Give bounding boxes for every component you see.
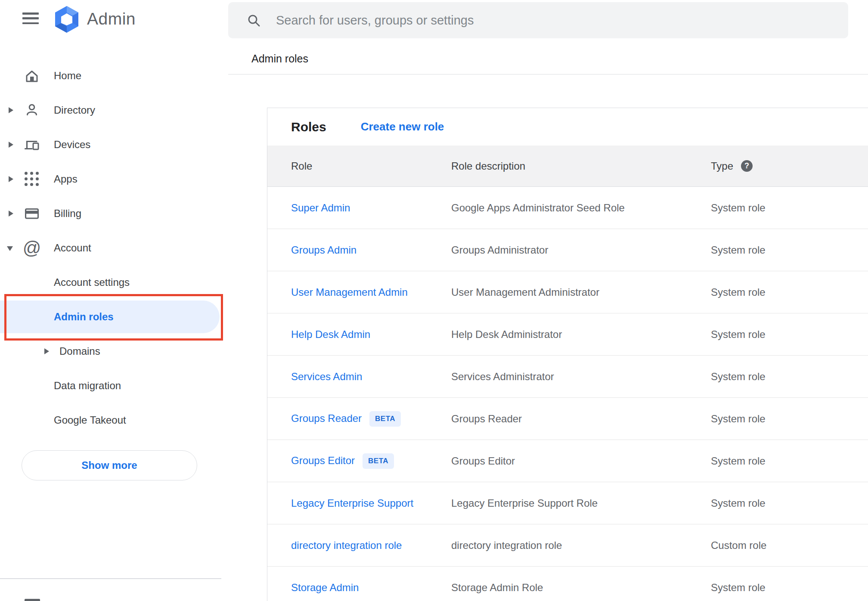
role-description: Storage Admin Role [451, 582, 711, 594]
table-row: Super AdminGoogle Apps Administrator See… [267, 187, 868, 229]
search-input[interactable] [276, 13, 848, 28]
sidebar-item-account-settings[interactable]: Account settings [0, 265, 228, 300]
search-bar[interactable] [228, 2, 848, 38]
expand-arrow-icon[interactable] [9, 211, 13, 217]
table-row: Legacy Enterprise SupportLegacy Enterpri… [267, 482, 868, 524]
sidebar-item-domains[interactable]: Domains [0, 334, 228, 369]
collapse-arrow-icon[interactable] [7, 246, 13, 251]
product-title: Admin [87, 9, 136, 28]
sidebar-item-admin-roles[interactable]: Admin roles [0, 300, 228, 334]
role-type: System role [711, 371, 868, 383]
role-description: Help Desk Administrator [451, 328, 711, 341]
role-link[interactable]: Groups Admin [291, 244, 356, 256]
expand-arrow-icon[interactable] [9, 142, 13, 148]
role-type: System role [711, 244, 868, 256]
sidebar-item-label: Home [54, 70, 81, 82]
apps-icon [23, 170, 40, 188]
cutoff-sidebar-icon [25, 599, 40, 601]
table-row: Help Desk AdminHelp Desk AdministratorSy… [267, 313, 868, 356]
breadcrumb: Admin roles [251, 53, 308, 65]
role-type: System role [711, 413, 868, 425]
roles-table-body: Super AdminGoogle Apps Administrator See… [267, 187, 868, 601]
menu-hamburger-icon[interactable] [22, 12, 39, 24]
role-link[interactable]: Storage Admin [291, 582, 359, 593]
sidebar-item-directory[interactable]: Directory [0, 93, 228, 127]
create-new-role-link[interactable]: Create new role [361, 120, 444, 133]
sidebar-nav: HomeDirectoryDevicesAppsBilling@AccountA… [0, 59, 228, 437]
column-header-type: Type [711, 160, 733, 172]
role-link[interactable]: Groups Editor [291, 455, 355, 466]
role-type: System role [711, 497, 868, 509]
table-header-row: Role Role description Type ? [267, 146, 868, 187]
google-admin-logo-icon [54, 6, 79, 33]
role-description: Groups Reader [451, 413, 711, 425]
role-link[interactable]: User Management Admin [291, 286, 408, 298]
table-row: Groups EditorBETAGroups EditorSystem rol… [267, 440, 868, 482]
sidebar-item-label: Apps [54, 173, 78, 185]
role-link[interactable]: Super Admin [291, 202, 350, 214]
roles-card-header: Roles Create new role [267, 108, 868, 146]
billing-icon [23, 205, 40, 222]
table-row: directory integration roledirectory inte… [267, 524, 868, 567]
sidebar-divider [0, 578, 221, 579]
role-type: System role [711, 455, 868, 467]
sidebar-item-label: Google Takeout [54, 414, 126, 426]
beta-badge: BETA [363, 453, 394, 469]
role-link[interactable]: Legacy Enterprise Support [291, 497, 413, 509]
show-more-button[interactable]: Show more [22, 450, 197, 480]
role-description: directory integration role [451, 539, 711, 551]
person-icon [23, 102, 40, 119]
role-description: User Management Administrator [451, 286, 711, 298]
expand-arrow-icon[interactable] [9, 107, 13, 113]
home-icon [23, 67, 40, 84]
sidebar-item-label: Admin roles [54, 311, 114, 323]
role-link[interactable]: directory integration role [291, 539, 402, 551]
sidebar-item-google-takeout[interactable]: Google Takeout [0, 403, 228, 437]
role-link[interactable]: Services Admin [291, 371, 362, 382]
header-divider [228, 74, 868, 74]
sidebar-item-label: Billing [54, 208, 81, 220]
table-row: Storage AdminStorage Admin RoleSystem ro… [267, 567, 868, 601]
at-icon: @ [23, 239, 40, 257]
role-type: System role [711, 582, 868, 594]
sidebar-item-apps[interactable]: Apps [0, 162, 228, 196]
role-description: Google Apps Administrator Seed Role [451, 202, 711, 214]
roles-card: Roles Create new role Role Role descript… [267, 108, 868, 601]
role-link[interactable]: Groups Reader [291, 412, 362, 424]
role-link[interactable]: Help Desk Admin [291, 328, 370, 340]
role-type: Custom role [711, 539, 868, 551]
role-type: System role [711, 286, 868, 298]
role-type: System role [711, 328, 868, 341]
devices-icon [23, 136, 40, 153]
role-description: Services Administrator [451, 371, 711, 383]
column-header-role: Role [267, 160, 451, 172]
column-header-role-description: Role description [451, 160, 711, 172]
help-icon[interactable]: ? [741, 160, 753, 172]
table-row: User Management AdminUser Management Adm… [267, 271, 868, 313]
sidebar-item-label: Directory [54, 104, 95, 116]
expand-arrow-icon[interactable] [44, 348, 49, 354]
role-type: System role [711, 202, 868, 214]
sidebar-item-billing[interactable]: Billing [0, 196, 228, 231]
sidebar-item-data-migration[interactable]: Data migration [0, 369, 228, 403]
beta-badge: BETA [369, 411, 401, 427]
sidebar-item-home[interactable]: Home [0, 59, 228, 93]
sidebar-item-devices[interactable]: Devices [0, 127, 228, 162]
table-row: Groups AdminGroups AdministratorSystem r… [267, 229, 868, 271]
sidebar-item-label: Domains [59, 345, 100, 357]
sidebar-item-label: Data migration [54, 380, 121, 392]
sidebar-item-label: Account [54, 242, 91, 254]
role-description: Legacy Enterprise Support Role [451, 497, 711, 509]
role-description: Groups Editor [451, 455, 711, 467]
role-description: Groups Administrator [451, 244, 711, 256]
table-row: Services AdminServices AdministratorSyst… [267, 356, 868, 398]
sidebar-item-label: Account settings [54, 276, 130, 288]
sidebar-item-account[interactable]: @Account [0, 231, 228, 265]
sidebar-item-label: Devices [54, 139, 90, 151]
roles-title: Roles [291, 120, 326, 134]
expand-arrow-icon[interactable] [9, 176, 13, 182]
search-icon [247, 14, 260, 27]
table-row: Groups ReaderBETAGroups ReaderSystem rol… [267, 398, 868, 440]
